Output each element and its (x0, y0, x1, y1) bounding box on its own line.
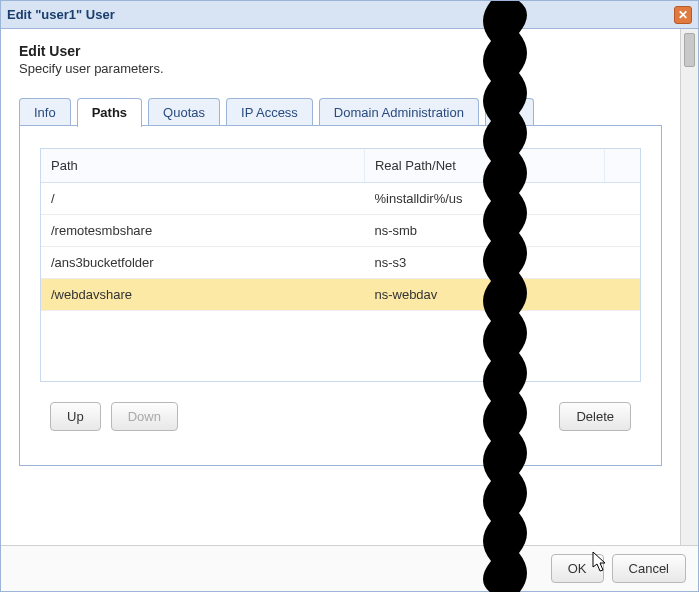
cell-extra (604, 247, 640, 279)
tab-truncated[interactable]: We (485, 98, 534, 126)
scrollbar-thumb[interactable] (684, 33, 695, 67)
cell-extra (604, 215, 640, 247)
titlebar: Edit "user1" User ✕ (1, 1, 698, 29)
tab-info[interactable]: Info (19, 98, 71, 126)
cell-extra (604, 279, 640, 311)
dialog-title: Edit "user1" User (7, 7, 674, 22)
close-icon: ✕ (678, 9, 688, 21)
col-path[interactable]: Path (41, 149, 364, 183)
cell-real: ns-smb (364, 215, 604, 247)
ok-button[interactable]: OK (551, 554, 604, 583)
tab-domain-administration[interactable]: Domain Administration (319, 98, 479, 126)
cell-path: /ans3bucketfolder (41, 247, 364, 279)
col-real-path[interactable]: Real Path/Net (364, 149, 604, 183)
cell-extra (604, 183, 640, 215)
down-button[interactable]: Down (111, 402, 178, 431)
panel-header: Edit User Specify user parameters. (19, 43, 662, 76)
cell-path: /remotesmbshare (41, 215, 364, 247)
col-extra[interactable] (604, 149, 640, 183)
dialog-body: Edit User Specify user parameters. Info … (1, 29, 698, 545)
cell-real: %installdir%/us (364, 183, 604, 215)
tab-panel-paths: Path Real Path/Net / %installdir%/us (19, 126, 662, 466)
dialog-window: Edit "user1" User ✕ Edit User Specify us… (0, 0, 699, 592)
paths-table: Path Real Path/Net / %installdir%/us (41, 149, 640, 363)
cancel-button[interactable]: Cancel (612, 554, 686, 583)
table-row[interactable]: /webdavshare ns-webdav (41, 279, 640, 311)
panel-heading: Edit User (19, 43, 662, 59)
up-button[interactable]: Up (50, 402, 101, 431)
tab-ip-access[interactable]: IP Access (226, 98, 313, 126)
tab-quotas[interactable]: Quotas (148, 98, 220, 126)
table-row[interactable]: /ans3bucketfolder ns-s3 (41, 247, 640, 279)
cell-real: ns-s3 (364, 247, 604, 279)
table-row[interactable]: /remotesmbshare ns-smb (41, 215, 640, 247)
dialog-footer: OK Cancel (1, 545, 698, 591)
content-area: Edit User Specify user parameters. Info … (1, 29, 680, 545)
close-button[interactable]: ✕ (674, 6, 692, 24)
grid-spacer (41, 311, 640, 363)
table-header-row: Path Real Path/Net (41, 149, 640, 183)
cell-real: ns-webdav (364, 279, 604, 311)
vertical-scrollbar[interactable] (680, 29, 698, 545)
tabstrip: Info Paths Quotas IP Access Domain Admin… (19, 98, 662, 126)
table-row[interactable]: / %installdir%/us (41, 183, 640, 215)
cell-path: /webdavshare (41, 279, 364, 311)
tab-paths[interactable]: Paths (77, 98, 142, 127)
panel-subheading: Specify user parameters. (19, 61, 662, 76)
table-spacer-row (41, 311, 640, 363)
grid-button-row: Up Down Delete (40, 402, 641, 431)
cell-path: / (41, 183, 364, 215)
paths-grid-box: Path Real Path/Net / %installdir%/us (40, 148, 641, 382)
button-spacer (188, 402, 550, 431)
delete-button[interactable]: Delete (559, 402, 631, 431)
